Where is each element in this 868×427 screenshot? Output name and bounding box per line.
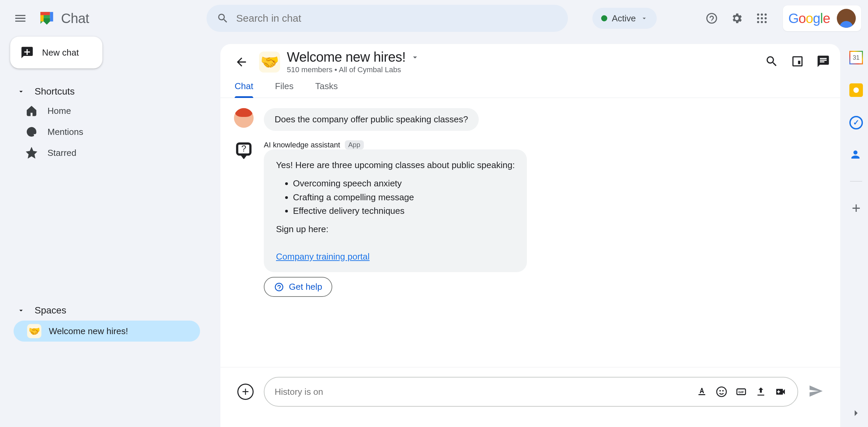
ai-header: AI knowledge assistant App [264,140,527,149]
contacts-app-button[interactable] [849,148,863,162]
star-icon [26,147,37,159]
user-avatar[interactable] [234,108,254,128]
new-chat-label: New chat [42,47,79,58]
brand-box[interactable]: Google [783,5,861,31]
handshake-icon: 🤝 [27,324,41,338]
room-actions [765,55,830,69]
collapse-rail-button[interactable] [850,407,862,420]
shortcuts-section[interactable]: Shortcuts [10,83,214,100]
upload-button[interactable] [754,385,768,399]
tab-tasks[interactable]: Tasks [315,81,338,98]
caret-down-icon [17,87,25,96]
get-help-button[interactable]: Get help [264,277,332,297]
shortcuts-label: Shortcuts [35,86,75,97]
gear-icon [730,12,743,25]
ai-avatar[interactable]: ? [234,140,254,160]
message-row-user: Does the company offer public speaking c… [234,108,827,131]
space-item-welcome[interactable]: 🤝 Welcome new hires! [14,321,200,342]
at-icon [26,126,37,138]
back-button[interactable] [231,51,252,73]
side-rail: 31 + [844,51,868,216]
search-in-space-button[interactable] [765,55,778,69]
ai-classes-list: Overcoming speech anxiety Crafting a com… [276,177,515,218]
add-app-button[interactable]: + [852,201,861,216]
home-icon [26,105,37,117]
search-icon [217,12,229,24]
svg-point-5 [765,17,767,19]
rail-divider [850,181,862,182]
room-subtitle: 510 members • All of Cymbal Labs [287,65,420,74]
chevron-down-icon [640,15,648,22]
meet-button[interactable] [774,385,787,399]
google-logo: Google [788,11,830,26]
search-input[interactable] [236,13,558,24]
calendar-app-button[interactable]: 31 [849,51,863,64]
svg-point-13 [719,390,721,391]
pop-out-button[interactable] [791,55,804,69]
room-emoji: 🤝 [259,52,280,73]
chevron-right-icon [850,407,862,419]
spaces-section[interactable]: Spaces [10,302,214,319]
nav-starred-label: Starred [47,148,76,158]
spaces-label: Spaces [35,305,66,316]
svg-point-0 [757,14,759,16]
room-title-dropdown[interactable]: Welcome new hires! [287,49,420,65]
format-button[interactable] [695,385,709,399]
nav-starred[interactable]: Starred [10,142,214,163]
main-menu-button[interactable] [7,5,34,32]
svg-text:?: ? [241,143,246,154]
help-icon [705,12,718,25]
emoji-icon [716,386,727,398]
video-add-icon [775,386,786,398]
thread-panel-button[interactable] [816,55,830,69]
svg-text:GIF: GIF [738,390,744,394]
ai-signup-text: Sign up here: [276,222,515,236]
svg-point-4 [761,17,763,19]
add-attachment-button[interactable]: + [237,384,254,400]
messages-area: Does the company offer public speaking c… [220,98,840,367]
nav-mentions[interactable]: Mentions [10,121,214,142]
emoji-button[interactable] [715,385,728,399]
nav-home-label: Home [47,106,71,116]
left-nav: New chat Shortcuts Home Mentions Starred… [0,37,214,343]
ai-message-bubble: Yes! Here are three upcoming classes abo… [264,149,527,272]
tab-chat[interactable]: Chat [235,81,253,98]
arrow-left-icon [235,55,248,69]
new-chat-button[interactable]: New chat [10,37,102,68]
composer[interactable]: GIF [264,377,798,407]
ai-name: AI knowledge assistant [264,141,340,149]
status-dropdown[interactable]: Active [592,8,657,29]
apps-grid-icon [755,12,768,25]
list-item: Crafting a compelling message [293,190,515,204]
svg-point-6 [757,21,759,23]
header-right: Google [701,5,861,31]
company-training-link[interactable]: Company training portal [276,251,370,262]
caret-down-icon [17,306,25,314]
search-bar[interactable] [206,5,568,32]
composer-area: + GIF [220,367,840,427]
gif-button[interactable]: GIF [734,385,748,399]
tasks-app-button[interactable] [849,116,863,129]
app-badge: App [345,140,364,149]
nav-home[interactable]: Home [10,100,214,121]
app-logo[interactable]: Chat [37,9,89,28]
tab-files[interactable]: Files [275,81,294,98]
account-avatar[interactable] [837,9,856,28]
header: Chat Active Google [0,0,868,37]
keep-app-button[interactable] [849,83,863,97]
settings-button[interactable] [726,7,748,29]
svg-point-14 [722,390,724,391]
new-chat-icon [20,46,34,59]
svg-point-7 [761,21,763,23]
svg-point-3 [757,17,759,19]
message-input[interactable] [275,387,689,397]
status-label: Active [612,13,636,24]
help-button[interactable] [701,7,723,29]
send-button[interactable] [808,384,823,400]
svg-point-2 [765,14,767,16]
message-row-ai: ? AI knowledge assistant App Yes! Here a… [234,140,827,297]
list-item: Overcoming speech anxiety [293,177,515,190]
apps-button[interactable] [751,7,773,29]
user-message-bubble: Does the company offer public speaking c… [264,108,479,131]
pop-out-icon [791,55,804,68]
